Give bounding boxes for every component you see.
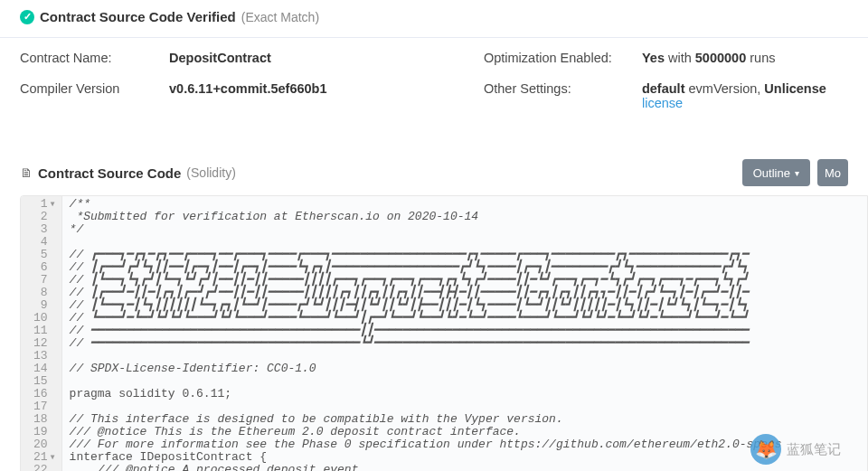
license-link[interactable]: license xyxy=(642,96,683,110)
watermark-icon: 🦊 xyxy=(750,434,781,465)
verified-header: Contract Source Code Verified (Exact Mat… xyxy=(0,0,868,38)
verified-label: Contract Source Code Verified xyxy=(40,9,236,24)
code-editor[interactable]: 1▾23456789101112131415161718192021▾2223 … xyxy=(20,195,868,471)
watermark-text: 蓝狐笔记 xyxy=(787,441,841,458)
other-settings-label: Other Settings: xyxy=(484,81,642,110)
line-gutter: 1▾23456789101112131415161718192021▾2223 xyxy=(21,196,62,471)
optimization-label: Optimization Enabled: xyxy=(484,51,642,65)
watermark: 🦊 蓝狐笔记 xyxy=(750,434,841,465)
code-content: /** *Submitted for verification at Ether… xyxy=(62,196,867,471)
other-settings-value: default evmVersion, Unlicense license xyxy=(642,81,848,110)
more-button[interactable]: Mo xyxy=(817,159,848,186)
source-code-language: (Solidity) xyxy=(186,165,235,180)
optimization-value: Yes with 5000000 runs xyxy=(642,51,848,65)
file-icon: 🗎 xyxy=(20,165,33,180)
compiler-version-label: Compiler Version xyxy=(20,81,169,110)
contract-info: Contract Name: DepositContract Optimizat… xyxy=(0,38,868,127)
source-code-title-wrap: 🗎 Contract Source Code (Solidity) xyxy=(20,165,236,181)
verified-sublabel: (Exact Match) xyxy=(241,10,319,24)
compiler-version-value: v0.6.11+commit.5ef660b1 xyxy=(169,81,484,110)
chevron-down-icon: ▾ xyxy=(795,168,799,178)
outline-button[interactable]: Outline▾ xyxy=(742,159,810,186)
contract-name-value: DepositContract xyxy=(169,51,484,65)
contract-name-label: Contract Name: xyxy=(20,51,169,65)
verified-check-icon xyxy=(20,10,34,24)
source-code-title: Contract Source Code xyxy=(38,165,181,181)
